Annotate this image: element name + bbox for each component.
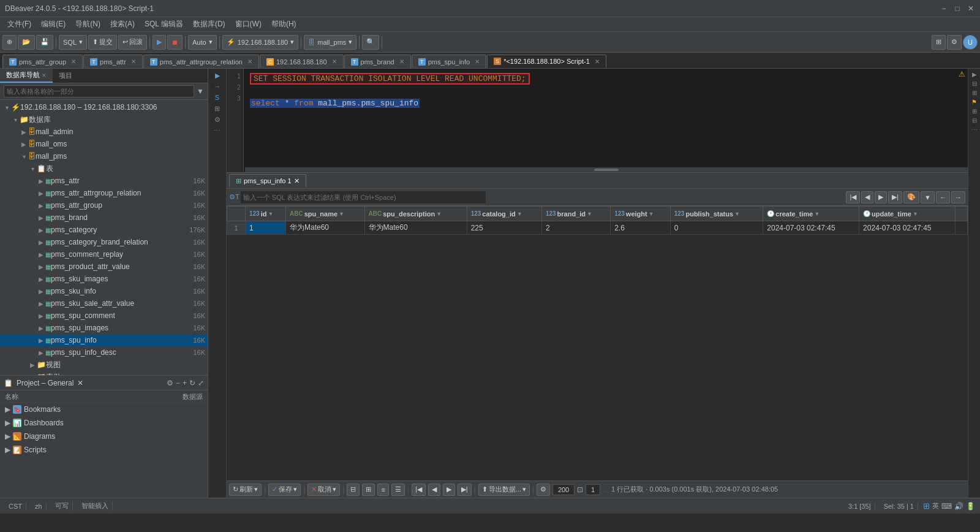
menu-sql-editor[interactable]: SQL 编辑器 [140,18,188,31]
tree-tables-folder[interactable]: ▾ 📋 表 [0,162,208,175]
menu-window[interactable]: 窗口(W) [230,18,266,31]
nav-prev-result-btn[interactable]: ◀ [428,484,440,496]
nav-first-result-btn[interactable]: |◀ [412,484,426,496]
tab-close[interactable]: ✕ [595,58,600,65]
tab-close[interactable]: ✕ [131,58,136,65]
project-settings-icon[interactable]: ⚙ [167,379,173,387]
rg-icon5[interactable]: ⊞ [972,108,977,115]
new-btn[interactable]: ⊕ [2,35,17,50]
nav-tab-database[interactable]: 数据库导航 ✕ [0,69,53,83]
rg-icon2[interactable]: ⊟ [972,80,977,87]
search-btn[interactable]: 🔍 [362,35,379,50]
tab-pms-attr-group[interactable]: T pms_attr_group ✕ [2,55,83,68]
tab-close[interactable]: ✕ [71,58,76,65]
account-btn[interactable]: U [963,35,978,50]
tab-script1[interactable]: S *<192.168.188.180> Script-1 ✕ [487,55,606,68]
gutter-arrow-icon[interactable]: → [213,82,222,91]
tab-close[interactable]: ✕ [247,58,252,65]
row-toggle2-btn[interactable]: ☰ [391,484,405,496]
col-header-brand[interactable]: 123 brand_id ▼ [541,207,610,221]
table-row[interactable]: 1 1 华为Mate60 华为Mate60 225 2 2.6 0 2024-0… [227,221,968,235]
tab-close[interactable]: ✕ [332,58,337,65]
col-header-publish[interactable]: 123 publish_status ▼ [670,207,763,221]
cell-spu-desc[interactable]: 华为Mate60 [364,221,467,235]
nav-last-result-btn[interactable]: ▶| [458,484,472,496]
maximize-button[interactable]: □ [953,4,962,13]
tab-pms-spu-info[interactable]: T pms_spu_info ✕ [412,55,487,68]
sql-code[interactable]: SET SESSION TRANSACTION ISOLATION LEVEL … [245,69,968,172]
col-toggle-btn[interactable]: ⊟ [347,484,360,496]
menu-help[interactable]: 帮助(H) [266,18,301,31]
lang-icon[interactable]: 英 [932,501,939,511]
nav-tab-project[interactable]: 项目 [53,69,78,83]
project-expand-icon[interactable]: ⤢ [198,379,204,387]
settings-result-btn[interactable]: ⚙ [537,484,550,496]
nav-next-result-btn[interactable]: ▶ [443,484,455,496]
rg-icon3[interactable]: ⊞ [972,89,977,96]
tree-mall-pms[interactable]: ▾ 🗄 mall_pms [0,150,208,162]
project-sync-icon[interactable]: ↻ [189,379,195,387]
tree-mall-oms[interactable]: ▶ 🗄 mall_oms [0,138,208,150]
cell-update-time[interactable]: 2024-07-03 02:47:45 [859,221,956,235]
gutter-run-icon[interactable]: ▶ [213,71,222,80]
nav-tab-close[interactable]: ✕ [42,72,47,78]
save-result-btn[interactable]: ✓ 保存 ▾ [268,484,301,496]
forward-btn[interactable]: → [951,191,965,203]
tab-connection[interactable]: C 192.168.188.180 ✕ [260,55,344,68]
project-close[interactable]: ✕ [77,379,83,387]
connection-dropdown[interactable]: ⚡ 192.168.188.180 ▾ [222,35,299,50]
tree-pms-spu-info-desc[interactable]: ▶ ▦ pms_spu_info_desc 16K [0,346,208,359]
filter-icon[interactable]: ▼ [197,87,204,96]
project-add-icon[interactable]: + [183,379,187,387]
cell-publish[interactable]: 0 [670,221,763,235]
tree-pms-product-attr[interactable]: ▶ ▦ pms_product_attr_value 16K [0,260,208,273]
result-tab-close[interactable]: ✕ [294,177,300,185]
menu-file[interactable]: 文件(F) [2,18,36,31]
col-header-spu-desc[interactable]: ABC spu_description ▼ [364,207,467,221]
col-header-spu-name[interactable]: ABC spu_name ▼ [286,207,365,221]
tab-close[interactable]: ✕ [399,58,404,65]
minimize-button[interactable]: − [940,4,948,13]
rg-icon4[interactable]: ⚑ [971,99,977,105]
col-header-create-time[interactable]: 🕐 create_time ▼ [763,207,859,221]
col-header-weight[interactable]: 123 weight ▼ [611,207,671,221]
cell-weight[interactable]: 2.6 [611,221,671,235]
speaker-icon[interactable]: 🔊 [954,502,963,511]
status-autocomplete[interactable]: 智能插入 [78,501,113,511]
menu-database[interactable]: 数据库(D) [188,18,230,31]
proj-dashboards[interactable]: ▶ 📊 Dashboards [0,416,208,430]
gutter-sql-icon[interactable]: S [213,93,222,102]
nav-first-btn[interactable]: |◀ [846,191,860,203]
proj-bookmarks[interactable]: ▶ 🔖 Bookmarks [0,403,208,416]
col-header-update-time[interactable]: 🕐 update_time ▼ [859,207,956,221]
prefs-btn[interactable]: ⚙ [947,35,962,50]
cell-create-time[interactable]: 2024-07-03 02:47:45 [763,221,859,235]
tree-views-folder[interactable]: ▶ 📁 视图 [0,359,208,371]
tab-close[interactable]: ✕ [475,58,480,65]
save-btn[interactable]: 💾 [36,35,53,50]
database-dropdown[interactable]: 🗄 mall_pms ▾ [304,35,356,50]
tree-databases-folder[interactable]: ▾ 📁 数据库 [0,113,208,126]
tree-pms-brand[interactable]: ▶ ▦ pms_brand 16K [0,211,208,224]
open-btn[interactable]: 📂 [18,35,35,50]
apply-btn[interactable]: ← [936,191,950,203]
tree-pms-comment[interactable]: ▶ ▦ pms_comment_replay 16K [0,248,208,260]
gutter-settings-icon[interactable]: ⚙ [213,115,222,124]
submit-btn[interactable]: ⬆ 提交 [88,35,117,50]
tree-pms-attr-attrgroup[interactable]: ▶ ▦ pms_attr_attrgroup_relation 16K [0,187,208,199]
result-filter-input[interactable] [241,191,486,203]
menu-search[interactable]: 搜索(A) [105,18,140,31]
limit-input[interactable] [552,484,575,495]
close-button[interactable]: ✕ [967,4,975,13]
run-btn[interactable]: ▶ [153,35,166,50]
tree-pms-sku-sale[interactable]: ▶ ▦ pms_sku_sale_attr_value 16K [0,297,208,310]
tree-mall-admin[interactable]: ▶ 🗄 mall_admin [0,126,208,138]
result-tab-spu-info[interactable]: ⊞ pms_spu_info 1 ✕ [229,174,306,188]
menu-navigate[interactable]: 导航(N) [70,18,105,31]
col-header-id[interactable]: 123 id ▼ [246,207,286,221]
cell-spu-name[interactable]: 华为Mate60 [286,221,365,235]
rg-icon7[interactable]: ⋯ [971,126,978,133]
menu-edit[interactable]: 编辑(E) [36,18,70,31]
tree-pms-spu-info[interactable]: ▶ ▦ pms_spu_info 16K [0,334,208,346]
proj-diagrams[interactable]: ▶ 📐 Diagrams [0,430,208,443]
